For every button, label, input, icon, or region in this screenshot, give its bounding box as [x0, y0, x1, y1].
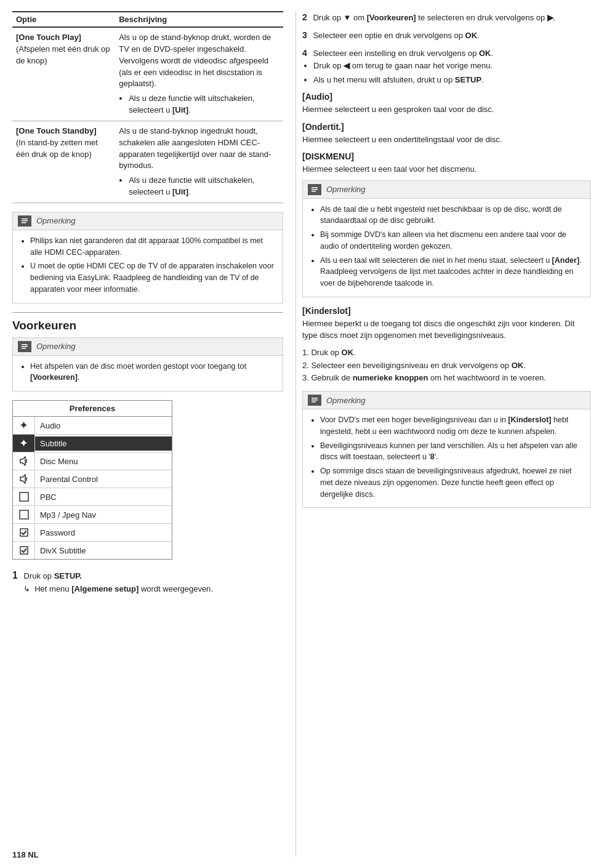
- note-bullet: Op sommige discs staan de beveiligingsni…: [320, 465, 584, 500]
- svg-rect-1: [22, 219, 28, 220]
- note-bullet: Als u een taal wilt selecteren die niet …: [320, 255, 584, 289]
- pref-icon-disc2: [13, 506, 35, 523]
- svg-rect-5: [22, 344, 28, 345]
- pref-label-password: Password: [35, 526, 80, 540]
- pref-icon-check2: [13, 542, 35, 559]
- step-2: 2 Druk op ▼ om [Voorkeuren] te selectere…: [302, 11, 591, 24]
- option-name: [One Touch Standby]: [16, 126, 96, 135]
- note-icon: [18, 215, 31, 227]
- pref-label-discmenu: Disc Menu: [35, 454, 82, 468]
- desc-text: Als u de stand-byknop ingedrukt houdt, s…: [119, 126, 271, 171]
- note-icon: [308, 184, 321, 195]
- note-body: Het afspelen van de disc moet worden ges…: [13, 356, 283, 392]
- pref-label-subtitle: Subtitle: [35, 436, 172, 451]
- svg-rect-2: [22, 220, 28, 222]
- note-box-lang: Opmerking Als de taal die u hebt ingeste…: [302, 180, 591, 297]
- right-column: 2 Druk op ▼ om [Voorkeuren] te selectere…: [296, 11, 591, 857]
- kinderslot-step1: 1. Druk op OK.: [302, 347, 591, 360]
- left-column: Optie Beschrijving [One Touch Play] (Afs…: [12, 11, 296, 857]
- pref-row-audio: ✦ Audio: [13, 417, 172, 435]
- note-bullet: U moet de optie HDMI CEC op de TV of de …: [30, 260, 276, 295]
- pref-label-parental: Parental Control: [35, 472, 103, 486]
- note-icon: [308, 395, 321, 406]
- step-2-number: 2: [302, 12, 307, 22]
- note-body: Philips kan niet garanderen dat dit appa…: [13, 230, 283, 303]
- pref-row-mp3: Mp3 / Jpeg Nav: [13, 506, 172, 524]
- note-icon: [18, 341, 31, 352]
- svg-rect-12: [20, 529, 28, 536]
- section-label-diskmenu: [DISKMENU]: [302, 151, 591, 161]
- note-title: Opmerking: [36, 216, 76, 225]
- pref-row-discmenu: Disc Menu: [13, 452, 172, 470]
- pref-label-audio: Audio: [35, 419, 65, 433]
- col-header-option: Optie: [12, 12, 115, 27]
- pref-row-pbc: PBC: [13, 488, 172, 506]
- section-text-audio: Hiermee selecteert u een gesproken taal …: [302, 103, 591, 116]
- section-text-ondertit: Hiermee selecteert u een ondertitelingst…: [302, 134, 591, 146]
- section-label-kinderslot: [Kinderslot]: [302, 306, 591, 316]
- step-3-text: Selecteer een optie en druk vervolgens o…: [313, 31, 479, 40]
- note-bullet: Het afspelen van de disc moet worden ges…: [30, 361, 276, 384]
- note-bullet: Beveiligingsniveaus kunnen per land vers…: [320, 440, 584, 464]
- note-title: Opmerking: [326, 185, 366, 194]
- pref-label-divx: DivX Subtitle: [35, 544, 90, 558]
- option-cell: [One Touch Play] (Afspelen met één druk …: [12, 27, 115, 121]
- svg-rect-11: [20, 510, 28, 519]
- note-box-1: Opmerking Philips kan niet garanderen da…: [12, 212, 283, 303]
- svg-rect-19: [312, 398, 318, 399]
- option-table: Optie Beschrijving [One Touch Play] (Afs…: [12, 11, 283, 203]
- step-1: 1 Druk op SETUP. ↳ Het menu [Algemene se…: [12, 568, 283, 595]
- preferences-table: Preferences ✦ Audio ✦ Subtitle: [12, 400, 172, 560]
- svg-rect-20: [312, 400, 318, 401]
- svg-marker-8: [20, 457, 25, 465]
- pref-row-password: Password: [13, 524, 172, 542]
- svg-rect-10: [20, 492, 28, 501]
- pref-label-mp3: Mp3 / Jpeg Nav: [35, 508, 101, 522]
- note-header: Opmerking: [303, 181, 590, 199]
- step-4-number: 4: [302, 48, 307, 58]
- kinderslot-steps: 1. Druk op OK. 2. Selecteer een beveilig…: [302, 347, 591, 385]
- pref-label-pbc: PBC: [35, 490, 62, 504]
- svg-rect-21: [312, 401, 316, 403]
- pref-icon-disc: [13, 488, 35, 505]
- svg-rect-15: [312, 187, 318, 188]
- kinderslot-step3: 3. Gebruik de numerieke knoppen om het w…: [302, 372, 591, 385]
- section-heading-voorkeuren: Voorkeuren: [12, 319, 283, 332]
- page-footer: 118 NL: [12, 850, 39, 859]
- note-box-2: Opmerking Het afspelen van de disc moet …: [12, 337, 283, 392]
- note-body: Als de taal die u hebt ingesteld niet be…: [303, 199, 590, 297]
- svg-rect-17: [312, 191, 316, 192]
- pref-icon-speaker: [13, 452, 35, 470]
- step-3: 3 Selecteer een optie en druk vervolgens…: [302, 29, 591, 42]
- step-1-arrow: ↳ Het menu [Algemene setup] wordt weerge…: [23, 583, 283, 595]
- pref-icon-check: [13, 524, 35, 541]
- step-4-bullet: Druk op ◀ om terug te gaan naar het vori…: [313, 60, 591, 72]
- pref-icon-speaker2: [13, 470, 35, 488]
- svg-rect-3: [22, 222, 26, 223]
- section-text-diskmenu: Hiermee selecteert u een taal voor het d…: [302, 163, 591, 175]
- note-bullet: Als de taal die u hebt ingesteld niet be…: [320, 204, 584, 227]
- option-sub: (Afspelen met één druk op de knop): [16, 44, 110, 65]
- pref-icon-star2: ✦: [13, 435, 35, 452]
- pref-icon-star: ✦: [13, 417, 35, 434]
- desc-text: Als u op de stand-byknop drukt, worden d…: [119, 33, 271, 88]
- note-bullet: Bij sommige DVD's kan alleen via het dis…: [320, 229, 584, 252]
- step-4-text: Selecteer een instelling en druk vervolg…: [313, 49, 493, 58]
- step-4: 4 Selecteer een instelling en druk vervo…: [302, 47, 591, 86]
- note-bullet: Voor DVD's met een hoger beveiligingsniv…: [320, 414, 584, 438]
- option-cell: [One Touch Standby] (In stand-by zetten …: [12, 121, 115, 203]
- pref-row-parental: Parental Control: [13, 470, 172, 488]
- note-title: Opmerking: [326, 396, 366, 405]
- table-row: [One Touch Standby] (In stand-by zetten …: [12, 121, 283, 203]
- step-3-number: 3: [302, 30, 307, 40]
- col-header-beschrijving: Beschrijving: [115, 12, 283, 27]
- svg-rect-7: [22, 348, 26, 349]
- note-box-kinderslot: Opmerking Voor DVD's met een hoger bevei…: [302, 391, 591, 508]
- section-text-kinderslot: Hiermee beperkt u de toegang tot discs d…: [302, 318, 591, 342]
- description-cell: Als u op de stand-byknop drukt, worden d…: [115, 27, 283, 121]
- pref-row-divx: DivX Subtitle: [13, 542, 172, 559]
- option-name: [One Touch Play]: [16, 33, 81, 42]
- kinderslot-step2: 2. Selecteer een beveiligingsniveau en d…: [302, 360, 591, 372]
- note-title: Opmerking: [36, 342, 76, 351]
- step-2-text: Druk op ▼ om [Voorkeuren] te selecteren …: [313, 13, 555, 22]
